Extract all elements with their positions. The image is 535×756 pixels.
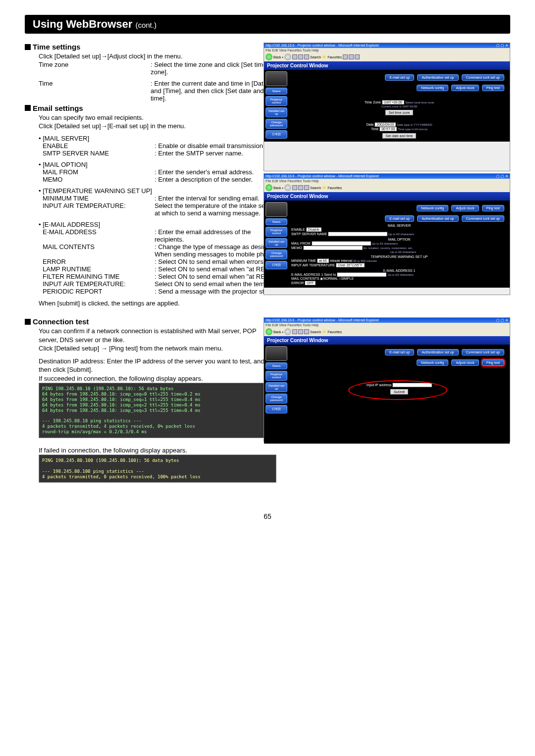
projector-control-window-header: Projector Control Window: [264, 336, 510, 345]
ie-title: http://192.168.10.6 - Projector control …: [266, 44, 379, 48]
smtp-input[interactable]: [328, 232, 387, 236]
sidebar-item-status[interactable]: Status: [266, 218, 287, 225]
error-label: ERROR: [291, 281, 304, 285]
sidebar-item-projector-control[interactable]: Projector control: [266, 371, 287, 381]
mailfrom-row-desc: : Enter the sender's email address.: [155, 168, 280, 176]
nav-ping-test[interactable]: Ping test: [482, 359, 504, 366]
nav-adjust-clock[interactable]: Adjust clock: [451, 359, 479, 366]
nav-email-setup[interactable]: E-mail set up: [385, 215, 414, 222]
mail-contents-row-label: MAIL CONTENTS: [43, 243, 155, 258]
refresh-icon: [298, 54, 303, 59]
nav-auth-setup[interactable]: Authentication set up: [417, 74, 458, 81]
nav-cmd-setup[interactable]: Command cont set up: [462, 215, 504, 222]
tool-icon: [298, 329, 303, 334]
ie-menubar: File Edit View Favorites Tools Help: [264, 179, 510, 183]
mintime-input[interactable]: at 60: [317, 258, 329, 263]
sidebar-item-detailed-setup[interactable]: Detailed set up: [266, 238, 287, 248]
email-line1: You can specify two email recipients.: [39, 113, 276, 122]
error-select[interactable]: OFF: [305, 281, 316, 285]
conn-l5: If failed in connection, the following d…: [39, 446, 276, 455]
sidebar-item-detailed-setup[interactable]: Detailed set up: [266, 382, 287, 392]
screenshot-email-settings: http://192.168.10.6 - Projector control …: [264, 173, 510, 295]
enable-row-desc: : Enable or disable email transmission.: [155, 142, 280, 150]
tool-icon: [298, 185, 303, 190]
main-panel: E-mail set up Authentication set up Comm…: [289, 70, 510, 142]
sidebar-logo-icon: [266, 202, 287, 217]
email-address-input[interactable]: [337, 272, 386, 277]
nav-adjust-clock[interactable]: Adjust clock: [451, 85, 479, 91]
nav-cmd-setup[interactable]: Command cont set up: [462, 74, 504, 81]
main-panel: E-mail set up Authentication set up Comm…: [289, 345, 510, 444]
tool-icon: [292, 329, 297, 334]
sidebar-item-status[interactable]: Status: [266, 362, 287, 369]
mintime-unit: minute interval: [330, 259, 353, 262]
nav-auth-setup[interactable]: Authentication set up: [417, 349, 458, 355]
sidebar-item-status[interactable]: Status: [266, 88, 287, 95]
sidebar-item-detailed-setup[interactable]: Detailed set up: [266, 107, 287, 117]
nav-auth-setup[interactable]: Authentication set up: [417, 215, 458, 222]
fwd-icon: [284, 184, 291, 191]
nav-network-config[interactable]: Network config: [417, 85, 448, 91]
timezone-select[interactable]: GMT+09:00: [382, 100, 404, 104]
projector-control-window-header: Projector Control Window: [264, 192, 510, 201]
nav-cmd-setup[interactable]: Command cont set up: [462, 349, 504, 355]
time-row-desc: : Enter the current date and time in [Da…: [151, 80, 276, 102]
sidebar: Status Projector control Detailed set up…: [264, 345, 289, 444]
sidebar: Status Projector control Detailed set up…: [264, 201, 289, 288]
nav-network-config[interactable]: Network config: [417, 205, 448, 211]
time-label: Time: [371, 127, 378, 131]
sidebar-item-change-password[interactable]: Change password: [266, 250, 287, 259]
square-bullet-icon: [25, 105, 31, 111]
timezone-label: Time Zone: [365, 101, 381, 104]
title-text: Using WebBrowser: [33, 18, 132, 30]
page-number: 65: [25, 512, 510, 520]
set-datetime-button[interactable]: Set date and time: [382, 133, 417, 139]
mail-option-header: MAIL OPTION: [291, 238, 507, 241]
search-label: Search: [310, 55, 321, 59]
set-timezone-button[interactable]: Set time zone: [385, 110, 414, 115]
sidebar-item-projector-control[interactable]: Projector control: [266, 227, 287, 237]
email-address-label: E-MAIL ADDRESS 1: [291, 273, 323, 276]
submit-note: When [submit] is clicked, the settings a…: [39, 299, 510, 308]
date-input[interactable]: 2002/09/20: [374, 122, 396, 127]
smtp-row-desc: : Enter the SMTP server name.: [155, 150, 280, 157]
sidebar-item-change-password[interactable]: Change password: [266, 119, 287, 129]
time-input[interactable]: 00:57:00: [379, 127, 397, 131]
simple-radio[interactable]: SIMPLE: [341, 277, 354, 280]
mailfrom-input[interactable]: [312, 241, 371, 246]
enable-select[interactable]: Disable: [306, 227, 321, 232]
square-bullet-icon: [25, 44, 31, 50]
nav-email-setup[interactable]: E-mail set up: [385, 74, 414, 81]
timezone-hint: Select local time zone: [405, 101, 434, 104]
time-settings-heading: Time settings: [33, 43, 80, 51]
nav-ping-test[interactable]: Ping test: [482, 205, 504, 211]
lamp-row-label: LAMP RUNTIME: [43, 265, 155, 273]
date-hint: Date type is YYYY/MM/DD: [397, 123, 432, 126]
sidebar-item-projector-control[interactable]: Projector control: [266, 96, 287, 106]
sidebar-item-japanese[interactable]: 日本語: [266, 261, 287, 269]
iat-label: INPUT AIR TEMPERATURE: [291, 263, 335, 267]
inair-row-label: INPUT AIR TEMPERATURE:: [43, 202, 155, 217]
sidebar-item-japanese[interactable]: 日本語: [266, 130, 287, 139]
nav-email-setup[interactable]: E-mail set up: [385, 349, 414, 355]
time-intro: Click [Detailed set up]→[Adjust clock] i…: [39, 52, 276, 61]
fav-label: Favorites: [327, 330, 342, 334]
nav-ping-test[interactable]: Ping test: [482, 85, 504, 91]
sidebar-item-japanese[interactable]: 日本語: [266, 405, 287, 413]
sidebar-item-change-password[interactable]: Change password: [266, 394, 287, 403]
normal-radio[interactable]: NORMAL: [323, 277, 338, 280]
nav-network-config[interactable]: Network config: [417, 359, 448, 366]
projector-control-window-header: Projector Control Window: [264, 61, 510, 70]
iat-select[interactable]: Over 35°C/95°F: [336, 263, 365, 267]
conn-l1: You can confirm if a network connection …: [39, 327, 276, 344]
nav-adjust-clock[interactable]: Adjust clock: [451, 205, 479, 211]
memo-input[interactable]: [303, 246, 363, 250]
square-bullet-icon: [25, 319, 31, 325]
connection-test-heading: Connection test: [33, 317, 89, 326]
fav-label: Favorites: [327, 55, 342, 59]
timezone-row-label: Time zone: [39, 61, 151, 76]
ie-title: http://192.168.10.6 - Projector control …: [266, 318, 379, 322]
back-icon: [266, 328, 272, 335]
inair-row-desc: Select the temperature of the intake sen…: [155, 202, 280, 217]
tool-icon: [304, 185, 309, 190]
